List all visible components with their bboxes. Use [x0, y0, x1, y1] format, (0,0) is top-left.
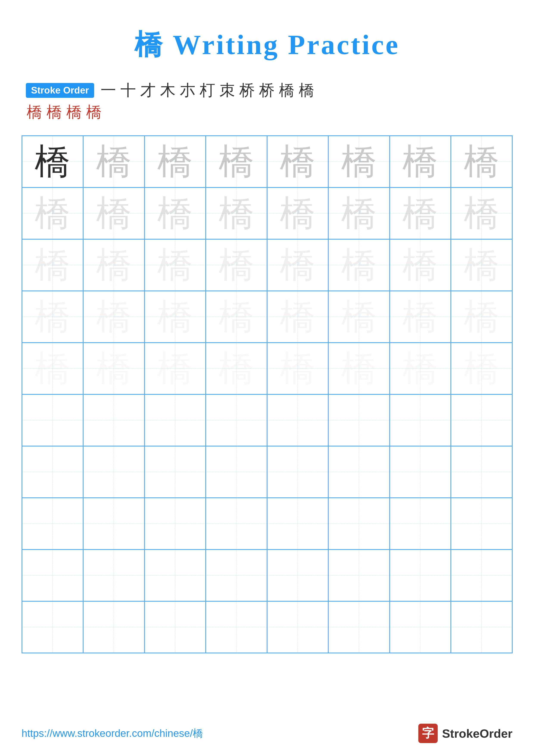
- practice-char: 橋: [157, 345, 193, 393]
- grid-cell[interactable]: [267, 601, 328, 653]
- grid-cell[interactable]: [267, 446, 328, 498]
- stroke-14: 橋: [66, 102, 82, 122]
- grid-cell[interactable]: 橋: [22, 343, 83, 394]
- grid-cell[interactable]: [390, 394, 451, 446]
- grid-cell[interactable]: 橋: [22, 291, 83, 343]
- grid-cell[interactable]: [328, 601, 390, 653]
- grid-cell[interactable]: [451, 550, 512, 601]
- grid-cell[interactable]: 橋: [267, 239, 328, 291]
- footer: https://www.strokeorder.com/chinese/橋 字 …: [0, 724, 534, 743]
- grid-cell[interactable]: 橋: [328, 291, 390, 343]
- grid-cell[interactable]: [83, 550, 144, 601]
- grid-cell[interactable]: 橋: [22, 136, 83, 187]
- grid-cell[interactable]: 橋: [451, 291, 512, 343]
- grid-cell[interactable]: 橋: [144, 291, 206, 343]
- practice-char: 橋: [402, 189, 438, 237]
- grid-cell[interactable]: 橋: [390, 136, 451, 187]
- grid-cell[interactable]: [206, 446, 267, 498]
- grid-cell[interactable]: [22, 394, 83, 446]
- grid-cell[interactable]: [328, 394, 390, 446]
- practice-char: 橋: [402, 345, 438, 393]
- stroke-13: 橋: [46, 102, 62, 122]
- grid-cell[interactable]: 橋: [451, 239, 512, 291]
- grid-cell[interactable]: 橋: [390, 291, 451, 343]
- grid-cell[interactable]: [451, 394, 512, 446]
- grid-cell[interactable]: 橋: [83, 239, 144, 291]
- grid-cell[interactable]: [328, 446, 390, 498]
- grid-cell[interactable]: [206, 550, 267, 601]
- grid-cell[interactable]: 橋: [22, 187, 83, 239]
- practice-char: 橋: [96, 189, 132, 237]
- grid-cell[interactable]: [390, 550, 451, 601]
- grid-cell[interactable]: [83, 601, 144, 653]
- stroke-6: 朾: [200, 81, 215, 99]
- grid-cell[interactable]: [328, 550, 390, 601]
- grid-cell[interactable]: 橋: [328, 239, 390, 291]
- stroke-order-row2: 橋 橋 橋 橋: [26, 102, 513, 122]
- stroke-10: 橋: [279, 81, 294, 99]
- grid-cell[interactable]: [451, 601, 512, 653]
- grid-cell[interactable]: [390, 498, 451, 550]
- grid-cell[interactable]: [206, 498, 267, 550]
- grid-cell[interactable]: [83, 498, 144, 550]
- grid-cell[interactable]: 橋: [83, 291, 144, 343]
- grid-cell[interactable]: [22, 550, 83, 601]
- grid-cell[interactable]: 橋: [328, 187, 390, 239]
- grid-cell[interactable]: 橋: [144, 239, 206, 291]
- grid-cell[interactable]: 橋: [451, 136, 512, 187]
- grid-cell[interactable]: [267, 550, 328, 601]
- grid-cell[interactable]: [144, 394, 206, 446]
- grid-cell[interactable]: [390, 601, 451, 653]
- grid-cell[interactable]: 橋: [83, 343, 144, 394]
- logo-text: StrokeOrder: [442, 726, 513, 741]
- practice-char: 橋: [341, 293, 377, 341]
- grid-cell[interactable]: [144, 498, 206, 550]
- grid-cell[interactable]: [83, 394, 144, 446]
- grid-cell[interactable]: 橋: [206, 291, 267, 343]
- grid-cell[interactable]: 橋: [390, 343, 451, 394]
- grid-cell[interactable]: 橋: [390, 239, 451, 291]
- grid-cell[interactable]: [390, 446, 451, 498]
- grid-cell[interactable]: [22, 498, 83, 550]
- grid-cell[interactable]: [83, 446, 144, 498]
- grid-cell[interactable]: 橋: [144, 343, 206, 394]
- grid-cell[interactable]: [144, 446, 206, 498]
- grid-cell[interactable]: 橋: [144, 187, 206, 239]
- grid-cell[interactable]: 橋: [83, 136, 144, 187]
- grid-cell[interactable]: [451, 446, 512, 498]
- grid-cell[interactable]: 橋: [206, 136, 267, 187]
- practice-char: 橋: [341, 138, 377, 186]
- stroke-3: 才: [140, 81, 156, 99]
- grid-cell[interactable]: [328, 498, 390, 550]
- grid-cell[interactable]: [206, 601, 267, 653]
- practice-char: 橋: [35, 138, 70, 186]
- grid-cell[interactable]: [144, 550, 206, 601]
- grid-cell[interactable]: 橋: [206, 187, 267, 239]
- practice-char: 橋: [402, 293, 438, 341]
- grid-cell[interactable]: 橋: [328, 343, 390, 394]
- practice-char: 橋: [219, 138, 254, 186]
- grid-cell[interactable]: 橋: [83, 187, 144, 239]
- grid-cell[interactable]: [144, 601, 206, 653]
- grid-cell[interactable]: 橋: [267, 291, 328, 343]
- grid-cell[interactable]: 橋: [451, 343, 512, 394]
- grid-cell[interactable]: 橋: [451, 187, 512, 239]
- practice-char: 橋: [157, 241, 193, 289]
- grid-cell[interactable]: [22, 446, 83, 498]
- grid-cell[interactable]: 橋: [267, 136, 328, 187]
- grid-cell[interactable]: 橋: [267, 187, 328, 239]
- grid-cell[interactable]: 橋: [267, 343, 328, 394]
- grid-cell[interactable]: 橋: [206, 343, 267, 394]
- grid-cell[interactable]: [267, 394, 328, 446]
- grid-cell[interactable]: [267, 498, 328, 550]
- grid-cell[interactable]: 橋: [206, 239, 267, 291]
- grid-cell[interactable]: 橋: [390, 187, 451, 239]
- grid-cell[interactable]: [22, 601, 83, 653]
- practice-char: 橋: [96, 138, 132, 186]
- grid-cell[interactable]: [206, 394, 267, 446]
- grid-cell[interactable]: 橋: [22, 239, 83, 291]
- grid-cell[interactable]: 橋: [328, 136, 390, 187]
- grid-cell[interactable]: [451, 498, 512, 550]
- grid-cell[interactable]: 橋: [144, 136, 206, 187]
- practice-char: 橋: [35, 293, 70, 341]
